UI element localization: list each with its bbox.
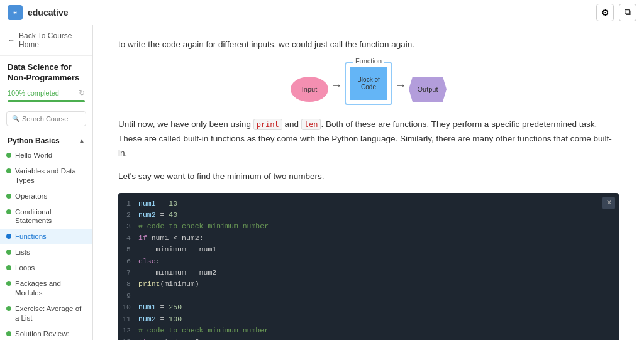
sidebar-item-exercise-avg[interactable]: Exercise: Average of a List bbox=[0, 301, 92, 326]
progress-section: 100% completed ↻ bbox=[0, 86, 92, 107]
gear-button[interactable]: ⚙ bbox=[596, 4, 614, 21]
back-arrow-icon: ← bbox=[8, 36, 15, 45]
content-area: to write the code again for different in… bbox=[93, 25, 644, 340]
code-line-2: 2num2 = 40 bbox=[118, 209, 619, 221]
sidebar: ← Back To Course Home Data Science for N… bbox=[0, 25, 93, 340]
nav-dot bbox=[6, 265, 11, 270]
course-title: Data Science for Non-Programmers bbox=[0, 56, 92, 86]
search-icon: 🔍 bbox=[12, 115, 19, 122]
code-line-13: 13if num1 < num2: bbox=[118, 336, 619, 340]
nav-dot bbox=[6, 194, 11, 199]
progress-track bbox=[8, 100, 85, 102]
and-text: and bbox=[282, 119, 301, 129]
code-print: print bbox=[253, 119, 282, 130]
topbar-left: e educative bbox=[8, 5, 69, 20]
nav-label: Functions bbox=[15, 232, 47, 241]
nav-label: Variables and Data Types bbox=[15, 167, 85, 185]
nav-dot bbox=[6, 331, 11, 336]
body-text-1: Until now, we have only been using bbox=[118, 119, 253, 129]
nav-dot bbox=[6, 168, 11, 173]
nav-dot bbox=[6, 209, 11, 214]
body-paragraph-1: Until now, we have only been using print… bbox=[118, 118, 619, 161]
nav-dot bbox=[6, 250, 11, 255]
sidebar-item-loops[interactable]: Loops bbox=[0, 260, 92, 276]
nav-label: Solution Review: Average of a List bbox=[15, 329, 85, 340]
nav-dot bbox=[6, 234, 11, 239]
progress-fill bbox=[8, 100, 85, 102]
code-editor: ✕ 1num1 = 10 2num2 = 40 3# code to check… bbox=[118, 193, 619, 340]
nav-dot bbox=[6, 281, 11, 286]
nav-label: Hello World bbox=[15, 151, 52, 160]
code-line-10: 10num1 = 250 bbox=[118, 302, 619, 313]
function-tag: Function bbox=[353, 57, 384, 65]
code-line-11: 11num2 = 100 bbox=[118, 314, 619, 325]
code-line-4: 4if num1 < num2: bbox=[118, 233, 619, 244]
nav-label: Loops bbox=[15, 263, 35, 273]
sidebar-item-conditional[interactable]: Conditional Statements bbox=[0, 204, 92, 229]
code-line-7: 7 minimum = num2 bbox=[118, 267, 619, 278]
copy-button[interactable]: ⧉ bbox=[619, 4, 636, 21]
code-line-8: 8print(minimum) bbox=[118, 278, 619, 290]
back-label: Back To Course Home bbox=[19, 31, 85, 49]
arrow-icon-2: → bbox=[395, 74, 406, 92]
intro-paragraph: to write the code again for different in… bbox=[118, 38, 619, 52]
back-to-course-button[interactable]: ← Back To Course Home bbox=[0, 25, 92, 56]
refresh-icon[interactable]: ↻ bbox=[79, 89, 85, 97]
sidebar-item-solution-avg[interactable]: Solution Review: Average of a List bbox=[0, 326, 92, 340]
code-len: len bbox=[301, 119, 321, 130]
topbar-right: ⚙ ⧉ bbox=[596, 4, 636, 21]
progress-label-text: 100% completed bbox=[8, 89, 59, 97]
function-box: Function Block of Code bbox=[345, 62, 392, 105]
sidebar-item-packages[interactable]: Packages and Modules bbox=[0, 276, 92, 301]
body-paragraph-2: Let's say we want to find the minimum of… bbox=[118, 170, 619, 184]
code-line-6: 6else: bbox=[118, 256, 619, 267]
logo-icon: e bbox=[8, 5, 23, 20]
code-line-12: 12# code to check minimum number bbox=[118, 325, 619, 336]
sidebar-item-lists[interactable]: Lists bbox=[0, 244, 92, 260]
code-editor-inner[interactable]: 1num1 = 10 2num2 = 40 3# code to check m… bbox=[118, 193, 619, 340]
nav-dot bbox=[6, 153, 11, 158]
python-basics-title: Python Basics bbox=[8, 136, 60, 145]
nav-label: Operators bbox=[15, 192, 47, 201]
main-layout: ← Back To Course Home Data Science for N… bbox=[0, 25, 644, 340]
nav-label: Exercise: Average of a List bbox=[15, 304, 85, 323]
diagram-output: Output bbox=[409, 77, 447, 102]
arrow-icon-1: → bbox=[331, 74, 342, 92]
code-line-5: 5 minimum = num1 bbox=[118, 244, 619, 255]
nav-label: Lists bbox=[15, 248, 30, 257]
code-line-3: 3# code to check minimum number bbox=[118, 221, 619, 232]
sidebar-item-functions[interactable]: Functions bbox=[0, 229, 92, 244]
code-line-9: 9 bbox=[118, 290, 619, 302]
topbar: e educative ⚙ ⧉ bbox=[0, 0, 644, 25]
diagram-input: Input bbox=[291, 77, 328, 102]
chevron-up-icon: ▲ bbox=[79, 137, 85, 144]
nav-dot bbox=[6, 306, 11, 311]
python-basics-section-header[interactable]: Python Basics ▲ bbox=[0, 131, 92, 148]
editor-close-button[interactable]: ✕ bbox=[602, 197, 615, 209]
function-diagram: Input → Function Block of Code → Output bbox=[118, 62, 619, 105]
search-box[interactable]: 🔍 bbox=[6, 111, 86, 126]
editor-toolbar: ✕ bbox=[602, 197, 615, 209]
nav-label: Packages and Modules bbox=[15, 279, 85, 298]
nav-label: Conditional Statements bbox=[15, 207, 85, 226]
search-input[interactable] bbox=[22, 115, 80, 123]
brand-name: educative bbox=[28, 8, 69, 18]
diagram-block: Block of Code bbox=[350, 67, 387, 100]
sidebar-item-variables[interactable]: Variables and Data Types bbox=[0, 163, 92, 189]
sidebar-item-hello-world[interactable]: Hello World bbox=[0, 148, 92, 163]
code-line-1: 1num1 = 10 bbox=[118, 198, 619, 209]
sidebar-item-operators[interactable]: Operators bbox=[0, 189, 92, 204]
